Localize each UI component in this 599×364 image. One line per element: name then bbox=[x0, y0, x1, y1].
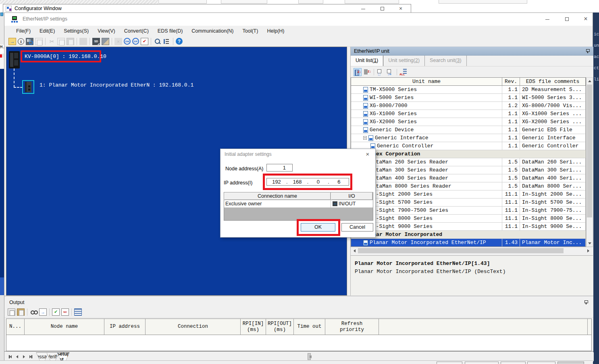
adapter-device-icon[interactable] bbox=[25, 82, 31, 92]
output-hscrollbar[interactable] bbox=[308, 352, 594, 361]
cancel-button[interactable]: Cancel bbox=[341, 223, 373, 232]
unit-row[interactable]: Planar Motor Incorporated EtherNet/IP1.4… bbox=[351, 239, 586, 247]
info-icon[interactable] bbox=[18, 38, 24, 45]
unit-row[interactable]: In-Sight 9000 Series11.1In-Sight 9000 Se… bbox=[351, 223, 586, 231]
scrollbar-thumb[interactable] bbox=[358, 248, 564, 253]
unit-row[interactable]: Generic Controller1.1Generic Controller bbox=[351, 142, 586, 150]
col-connection-name[interactable]: Connection name bbox=[224, 192, 331, 200]
dm-rly-icon[interactable]: DM bbox=[124, 38, 131, 45]
unit-row[interactable]: WI-5000 Series1.1WI-5000 Series 3... bbox=[351, 94, 586, 102]
menu-tool[interactable]: Tool(T) bbox=[238, 27, 263, 35]
unit-row[interactable]: DataMan 400 Series Reader1.5DataMan 400 … bbox=[351, 174, 586, 182]
maximize-button[interactable] bbox=[375, 4, 389, 13]
scroll-right-button[interactable] bbox=[308, 354, 314, 360]
prev-tab-button[interactable] bbox=[14, 353, 21, 360]
close-button[interactable]: × bbox=[579, 15, 593, 23]
unit-group-row[interactable]: Planar Motor Incorporated bbox=[351, 231, 586, 239]
output-col-n-[interactable]: N... bbox=[6, 319, 25, 335]
maximize-button[interactable] bbox=[560, 15, 574, 23]
sort-unit-icon[interactable] bbox=[363, 68, 371, 76]
collapse-icon[interactable] bbox=[363, 136, 367, 140]
unit-row[interactable]: TM-X5000 Series1.12D Measurement S... bbox=[351, 86, 586, 94]
unit-table-vscrollbar[interactable] bbox=[586, 77, 593, 247]
unit-row[interactable]: DataMan 260 Series Reader1.5DataMan 260 … bbox=[351, 158, 586, 166]
expand-all-icon[interactable] bbox=[399, 68, 408, 76]
eraser-icon[interactable] bbox=[102, 38, 109, 45]
verify-icon[interactable] bbox=[52, 308, 60, 316]
tab-unit-list[interactable]: Unit list(1) bbox=[351, 56, 383, 66]
menu-communication[interactable]: Communication(N) bbox=[187, 27, 238, 35]
copy-icon[interactable] bbox=[8, 308, 15, 316]
expand-tree-icon[interactable] bbox=[376, 68, 385, 76]
pin-icon[interactable] bbox=[586, 49, 590, 53]
unit-table-hscrollbar[interactable] bbox=[351, 247, 593, 254]
unit-row[interactable]: XG-8000/70001.2XG-8000/7000 Vis... bbox=[351, 102, 586, 110]
scroll-right-button[interactable] bbox=[585, 248, 591, 254]
output-col-filler[interactable] bbox=[379, 319, 588, 335]
sheet-tab-verify[interactable]: Verify bbox=[46, 352, 59, 361]
menu-help[interactable]: Help(H) bbox=[262, 27, 289, 35]
eip-icon[interactable]: EIP bbox=[132, 38, 139, 45]
unit-group-row[interactable]: Cognex Corporation bbox=[351, 150, 586, 158]
last-tab-button[interactable] bbox=[27, 353, 34, 360]
dialog-titlebar[interactable]: Initial adapter settings × bbox=[220, 149, 375, 159]
tab-unit-setting[interactable]: Unit setting(2) bbox=[383, 56, 425, 66]
transfer-monitor-icon[interactable] bbox=[8, 38, 16, 45]
menu-settings[interactable]: Settings(S) bbox=[59, 27, 93, 35]
col-rev[interactable]: Rev. bbox=[502, 78, 520, 85]
grid-icon[interactable] bbox=[74, 308, 82, 316]
minimize-button[interactable] bbox=[541, 15, 554, 23]
sheet-tab-setup-list[interactable]: Setup list bbox=[57, 352, 70, 361]
node-address-input[interactable]: 1 bbox=[266, 164, 293, 172]
convert-icon[interactable] bbox=[61, 308, 69, 316]
col-unit-name[interactable]: Unit name bbox=[351, 78, 502, 85]
output-col-time-out[interactable]: Time out bbox=[294, 319, 325, 335]
unit-row[interactable]: In-Sight 8000 Series11.1In-Sight 8000 Se… bbox=[351, 215, 586, 223]
unit-row[interactable]: DataMan 8000 Series Reader1.5DataMan 800… bbox=[351, 182, 586, 190]
minimize-button[interactable] bbox=[356, 4, 370, 13]
col-io[interactable]: I/O bbox=[331, 192, 373, 200]
output-col-rpi-in-[interactable]: RPI[IN](ms) bbox=[241, 319, 266, 335]
scroll-up-button[interactable] bbox=[587, 78, 593, 84]
unit-tool-icon[interactable] bbox=[163, 38, 171, 45]
unit-row[interactable]: In-Sight 2000 Series11.1In-Sight 2000 Se… bbox=[351, 190, 586, 199]
unit-row[interactable]: In-Sight 7900-7500 Series11.1In-Sight 79… bbox=[351, 207, 586, 215]
sort-unit-grid-icon[interactable] bbox=[354, 68, 362, 76]
menu-eds-file[interactable]: EDS file(D) bbox=[153, 27, 187, 35]
col-eds-comments[interactable]: EDS file comments bbox=[520, 78, 586, 85]
sheet-tab-message[interactable]: Message bbox=[36, 352, 49, 361]
find-icon[interactable] bbox=[30, 308, 37, 316]
scroll-down-button[interactable] bbox=[587, 240, 593, 246]
menu-file[interactable]: File(F) bbox=[12, 27, 35, 35]
output-col-rpi-out-[interactable]: RPI[OUT](ms) bbox=[266, 319, 294, 335]
scroll-left-button[interactable] bbox=[351, 248, 358, 254]
adapter-selection-box[interactable] bbox=[22, 80, 34, 94]
close-button[interactable]: × bbox=[394, 4, 408, 13]
verify-icon[interactable] bbox=[141, 38, 148, 45]
output-col-node-name[interactable]: Node name bbox=[25, 319, 104, 335]
search-unit-icon[interactable] bbox=[154, 38, 161, 45]
unit-row[interactable]: Generic Device1.1Generic EDS File bbox=[351, 126, 586, 134]
output-col-connection[interactable]: Connection bbox=[146, 319, 241, 335]
export-icon[interactable] bbox=[39, 308, 47, 316]
output-col-refresh[interactable]: Refreshpriority bbox=[325, 319, 379, 335]
unit-setup-icon[interactable] bbox=[26, 38, 33, 45]
unit-row[interactable]: DataMan 300 Series Reader1.5DataMan 300 … bbox=[351, 166, 586, 174]
next-tab-button[interactable] bbox=[21, 353, 27, 360]
output-col-ip-address[interactable]: IP address bbox=[104, 319, 146, 335]
menu-view[interactable]: View(V) bbox=[93, 27, 120, 35]
unit-row[interactable]: XG-X2000 Series1.1XG-X2000 Series ... bbox=[351, 118, 586, 126]
menu-convert[interactable]: Convert(C) bbox=[120, 27, 153, 35]
pin-icon[interactable] bbox=[584, 300, 589, 304]
unit-row[interactable]: Generic Interface1.1Generic Interface bbox=[351, 134, 586, 142]
collapse-tree-icon[interactable] bbox=[386, 68, 394, 76]
tab-search-unit[interactable]: Search unit(3) bbox=[425, 56, 467, 66]
help-icon[interactable]: ? bbox=[176, 38, 183, 45]
close-icon[interactable]: × bbox=[363, 150, 372, 158]
scrollbar-thumb[interactable] bbox=[587, 85, 592, 217]
unit-row[interactable]: XG-X1000 Series1.1XG-X1000 Series ... bbox=[351, 110, 586, 118]
paste-icon[interactable] bbox=[17, 308, 25, 316]
plc-device-icon[interactable] bbox=[9, 51, 20, 68]
menu-edit[interactable]: Edit(E) bbox=[35, 27, 59, 35]
unit-row[interactable]: In-Sight 5700 Series11.1In-Sight 5700 Se… bbox=[351, 199, 586, 207]
